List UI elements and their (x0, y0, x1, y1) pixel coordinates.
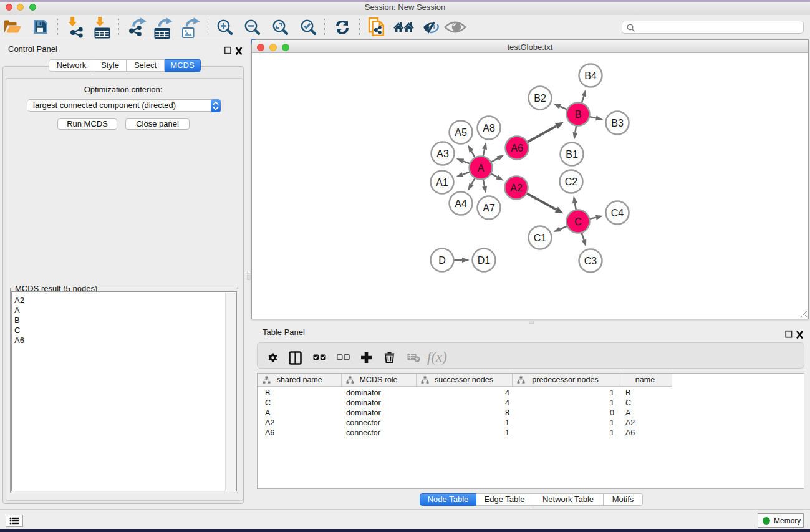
svg-text:C: C (574, 216, 582, 227)
svg-text:D: D (438, 255, 446, 266)
svg-text:C1: C1 (534, 233, 547, 243)
svg-text:B1: B1 (566, 149, 578, 160)
svg-text:A3: A3 (436, 148, 449, 159)
svg-text:A6: A6 (511, 143, 523, 153)
svg-text:C4: C4 (611, 208, 624, 218)
svg-text:A: A (478, 163, 485, 173)
svg-text:B: B (575, 109, 582, 120)
svg-text:C2: C2 (565, 177, 578, 187)
svg-text:A5: A5 (455, 127, 467, 138)
svg-text:B2: B2 (534, 93, 546, 104)
svg-text:C3: C3 (584, 256, 597, 266)
svg-text:D1: D1 (478, 255, 491, 266)
svg-text:A7: A7 (483, 203, 495, 213)
svg-text:A8: A8 (483, 123, 495, 133)
svg-text:f(x): f(x) (427, 349, 447, 365)
svg-text:A2: A2 (510, 183, 523, 193)
svg-text:A1: A1 (436, 177, 448, 188)
svg-text:A4: A4 (455, 198, 467, 209)
svg-text:B4: B4 (584, 70, 597, 81)
svg-text:B3: B3 (611, 118, 624, 128)
